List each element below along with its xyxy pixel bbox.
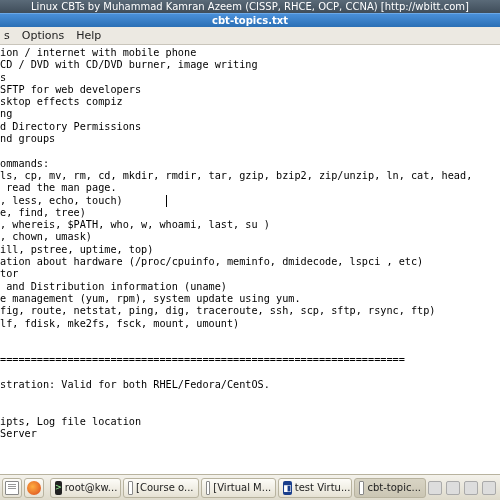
task-label: root@kw... — [65, 482, 118, 493]
task-label: [Virtual M... — [213, 482, 271, 493]
inner-window-title: cbt-topics.txt — [0, 13, 500, 27]
task-label: cbt-topic... — [367, 482, 421, 493]
editor-line — [0, 465, 500, 474]
task-vbox[interactable]: test Virtu... — [278, 478, 352, 498]
document-icon — [206, 481, 211, 495]
tray-icon[interactable] — [464, 481, 478, 495]
editor-line: nd groups — [0, 133, 500, 145]
task-label: test Virtu... — [295, 482, 351, 493]
menu-bar: s Options Help — [0, 27, 500, 45]
virtualbox-icon — [283, 481, 292, 495]
firefox-icon — [27, 481, 41, 495]
editor-line: ng — [0, 108, 500, 120]
editor-line: ls, cp, mv, rm, cd, mkdir, rmdir, tar, g… — [0, 170, 500, 182]
document-icon — [359, 481, 364, 495]
editor-line: SFTP for web developers — [0, 84, 500, 96]
editor-line: , chown, umask) — [0, 231, 500, 243]
editor-line — [0, 330, 500, 342]
editor-line: read the man page. — [0, 182, 500, 194]
editor-line: and Distribution information (uname) — [0, 281, 500, 293]
editor-line — [0, 404, 500, 416]
menu-item-tools[interactable]: s — [4, 29, 10, 42]
editor-line: ill, pstree, uptime, top) — [0, 244, 500, 256]
editor-line: , whereis, $PATH, who, w, whoami, last, … — [0, 219, 500, 231]
editor-line: e, find, tree) — [0, 207, 500, 219]
editor-line: d Directory Permissions — [0, 121, 500, 133]
editor-line: tor — [0, 268, 500, 280]
editor-line — [0, 391, 500, 403]
editor-line: CD / DVD with CD/DVD burner, image writi… — [0, 59, 500, 71]
editor-line: s — [0, 72, 500, 84]
editor-line: e management (yum, rpm), system update u… — [0, 293, 500, 305]
terminal-icon — [55, 481, 62, 495]
text-cursor — [166, 195, 167, 207]
launcher-nautilus[interactable] — [2, 478, 22, 498]
launcher-firefox[interactable] — [24, 478, 44, 498]
task-label: [Course o... — [136, 482, 193, 493]
editor-line: ion / internet with mobile phone — [0, 47, 500, 59]
editor-line: sktop effects compiz — [0, 96, 500, 108]
editor-line — [0, 342, 500, 354]
menu-item-help[interactable]: Help — [76, 29, 101, 42]
editor-line: stration: Valid for both RHEL/Fedora/Cen… — [0, 379, 500, 391]
task-cbt-topics[interactable]: cbt-topic... — [354, 478, 426, 498]
editor-line: fig, route, netstat, ping, dig, tracerou… — [0, 305, 500, 317]
editor-line: ========================================… — [0, 354, 500, 366]
system-tray — [428, 481, 498, 495]
editor-line — [0, 367, 500, 379]
task-virtualm[interactable]: [Virtual M... — [201, 478, 277, 498]
taskbar: root@kw... [Course o... [Virtual M... te… — [0, 474, 500, 500]
editor-line: Server — [0, 428, 500, 440]
folder-icon — [5, 481, 19, 495]
task-terminal[interactable]: root@kw... — [50, 478, 121, 498]
tray-icon[interactable] — [428, 481, 442, 495]
editor-line: ation about hardware (/proc/cpuinfo, mem… — [0, 256, 500, 268]
menu-item-options[interactable]: Options — [22, 29, 64, 42]
editor-line — [0, 453, 500, 465]
task-course[interactable]: [Course o... — [123, 478, 198, 498]
outer-window-title: Linux CBTs by Muhammad Kamran Azeem (CIS… — [0, 0, 500, 13]
editor-line: , less, echo, touch) — [0, 195, 500, 207]
editor-line: ommands: — [0, 158, 500, 170]
editor-line — [0, 145, 500, 157]
document-icon — [128, 481, 133, 495]
tray-icon[interactable] — [446, 481, 460, 495]
text-editor-viewport[interactable]: ion / internet with mobile phoneCD / DVD… — [0, 45, 500, 474]
editor-line — [0, 441, 500, 453]
editor-line: lf, fdisk, mke2fs, fsck, mount, umount) — [0, 318, 500, 330]
tray-icon[interactable] — [482, 481, 496, 495]
editor-line: ipts, Log file location — [0, 416, 500, 428]
